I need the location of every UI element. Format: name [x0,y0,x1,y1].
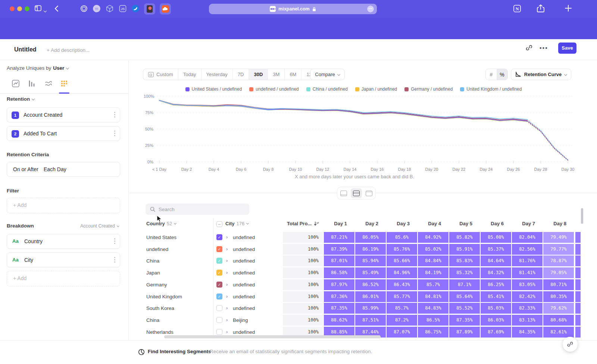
url-more-icon[interactable]: ••• [367,6,374,12]
retention-cell[interactable]: 85.41% [481,291,511,302]
retention-cell[interactable]: 85.99% [355,303,386,314]
legend-item[interactable]: undefined / undefined [249,87,298,92]
retention-cell[interactable]: 86.05% [355,232,386,243]
retention-cell[interactable]: 87.07% [387,327,417,338]
row-checkbox[interactable]: ✓ [216,270,222,276]
row-checkbox[interactable] [216,317,222,323]
retention-section-header[interactable]: Retention [7,96,34,102]
horizontal-scrollbar[interactable] [164,335,381,338]
back-icon[interactable] [54,5,59,12]
retention-cell[interactable]: 88.62% [324,315,354,326]
row-expand-icon[interactable]: › [226,305,228,311]
retention-cell[interactable]: 82.61% [543,327,574,338]
retention-cell[interactable]: 85.08% [481,232,511,243]
row-checkbox[interactable] [216,305,222,311]
retention-cell[interactable]: 80.71% [543,279,574,290]
table-search-input[interactable]: Search [146,204,249,215]
insights-icon[interactable] [12,79,21,88]
compare-button[interactable]: Compare [310,69,345,80]
retention-cell[interactable]: 84.19% [418,267,448,278]
row-expand-icon[interactable]: › [226,270,228,275]
retention-cell[interactable]: 85.76% [387,244,417,255]
row-checkbox[interactable]: ✓ [216,282,222,288]
retention-cell[interactable]: 86.5% [418,315,448,326]
funnels-icon[interactable] [28,79,37,88]
retention-chart[interactable]: 100%75%50%25%0% < 1 DayDay 2Day 4Day 6Da… [144,94,576,181]
retention-cell[interactable]: 81.76% [512,255,543,266]
target-icon[interactable] [80,4,88,13]
retention-cell[interactable]: 82.04% [512,232,543,243]
cloud-icon[interactable] [160,3,171,15]
range-today[interactable]: Today [178,69,201,80]
retention-cell[interactable]: 86.75% [418,327,448,338]
row-checkbox[interactable] [216,329,222,335]
criteria-on-or-after[interactable]: On or After [13,166,38,172]
retention-cell[interactable]: 82.33% [512,303,543,314]
flows-icon[interactable] [44,79,53,88]
criteria-each-day[interactable]: Each Day [44,166,66,172]
kebab-menu-icon[interactable] [114,131,115,136]
row-expand-icon[interactable]: › [226,282,228,287]
legend-item[interactable]: China / undefined [306,87,348,92]
retention-cell[interactable]: 79.49% [543,232,574,243]
retention-cell[interactable]: 87.36% [324,291,354,302]
row-expand-icon[interactable]: › [226,258,228,263]
retention-cell[interactable]: 87.01% [324,255,354,266]
retention-cell[interactable]: 87.69% [481,327,511,338]
row-expand-icon[interactable]: › [226,234,228,240]
retention-cell[interactable]: 85.83% [449,255,480,266]
city-select-all-checkbox[interactable]: – [216,221,222,227]
legend-item[interactable]: United Kingdom / undefined [460,87,522,92]
chevron-down-icon[interactable] [44,7,46,13]
retention-cell[interactable]: 85.6% [387,232,417,243]
range-7d[interactable]: 7D [233,69,249,80]
retention-cell[interactable]: 87.35% [324,303,354,314]
vertical-scrollbar[interactable] [581,208,583,224]
retention-cell[interactable]: 87.39% [324,244,354,255]
more-icon[interactable]: ••• [540,45,548,51]
row-checkbox[interactable]: ✓ [216,294,222,299]
m-avatar-icon[interactable]: m [93,4,101,13]
day-column-header[interactable]: Day 4 [418,221,445,226]
retention-cell[interactable]: 85.66% [387,255,417,266]
retention-cell[interactable]: 85.82% [449,232,480,243]
new-tab-icon[interactable] [564,4,572,12]
range-6m[interactable]: 6M [285,69,301,80]
notion-icon[interactable]: N [513,4,522,13]
retention-cell[interactable]: 87.2% [387,315,417,326]
js-icon[interactable]: JS [119,4,127,13]
url-bar[interactable]: mixpanel.com ••• [209,4,377,14]
retention-icon[interactable] [60,79,69,88]
retention-cell[interactable]: 87.51% [355,315,386,326]
retention-cell[interactable]: 86.01% [355,291,386,302]
retention-cell[interactable]: 85.49% [355,267,386,278]
retention-cell[interactable]: 78.87% [543,255,574,266]
row-checkbox[interactable]: ✓ [216,246,222,252]
retention-cell[interactable]: 79.05% [543,267,574,278]
retention-cell[interactable]: 86.43% [387,279,417,290]
retention-cell[interactable]: 84.83% [418,303,448,314]
retention-cell[interactable]: 83.13% [512,315,543,326]
range-30d[interactable]: 30D [249,69,268,80]
retention-cell[interactable]: 87.97% [324,279,354,290]
retention-cell[interactable]: 82.56% [512,244,543,255]
retention-cell[interactable]: 84.32% [481,267,511,278]
retention-cell[interactable]: 85.32% [449,267,480,278]
retention-cell[interactable]: 86.52% [355,279,386,290]
row-expand-icon[interactable]: › [226,317,228,323]
retention-cell[interactable]: 85.91% [449,244,480,255]
save-button[interactable]: Save [558,43,576,54]
reader-icon[interactable] [144,3,155,15]
retention-step-1[interactable]: 1Account Created [7,107,120,122]
retention-cell[interactable]: 86.19% [355,244,386,255]
day-column-header[interactable]: Day 1 [324,221,351,226]
description-placeholder[interactable]: + Add description... [47,47,90,53]
retention-cell[interactable]: 84.64% [481,255,511,266]
retention-cell[interactable]: 84.81% [418,291,448,302]
retention-cell[interactable]: 86.03% [481,315,511,326]
link-icon[interactable] [525,44,533,51]
find-segments-title[interactable]: Find Interesting Segments [148,349,211,354]
day-column-header[interactable]: Day 5 [449,221,476,226]
zoom-window-button[interactable] [25,6,29,11]
retention-cell[interactable]: 85.94% [355,255,386,266]
